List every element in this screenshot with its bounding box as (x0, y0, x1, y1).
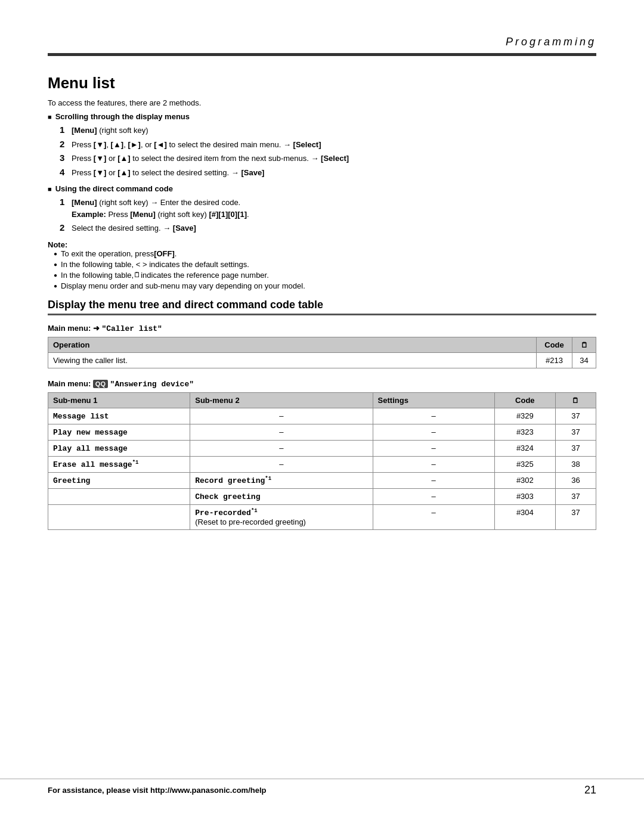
note-item-3: In the following table, 🗒 indicates the … (54, 271, 596, 280)
settings-dash: – (373, 440, 494, 456)
code-324: #324 (494, 440, 555, 456)
method-direct-header: Using the direct command code (48, 184, 596, 193)
main-content: Menu list To access the features, there … (0, 56, 644, 530)
col-operation: Operation (48, 337, 537, 352)
table-row: Pre-recorded*1(Reset to pre-recorded gre… (48, 505, 596, 530)
direct-step-1: 1 [Menu] (right soft key) → Enter the de… (60, 197, 596, 220)
col-ref-2: 🗒 (555, 392, 596, 408)
sub1-erase-all: Erase all message*1 (48, 456, 190, 472)
sub1-empty (48, 489, 190, 505)
note-section: Note: To exit the operation, press [OFF]… (48, 240, 596, 290)
ref-38: 38 (555, 456, 596, 472)
col-code: Code (537, 337, 572, 352)
table-row: Check greeting – #303 37 (48, 489, 596, 505)
sub2-dash: – (190, 424, 373, 440)
col-sub1: Sub-menu 1 (48, 392, 190, 408)
ref-37e: 37 (555, 505, 596, 530)
table-row: Viewing the caller list. #213 34 (48, 352, 596, 368)
table-row: Greeting Record greeting*1 – #302 36 (48, 472, 596, 488)
sub2-dash: – (190, 456, 373, 472)
sub2-prerecorded: Pre-recorded*1(Reset to pre-recorded gre… (190, 505, 373, 530)
direct-steps: 1 [Menu] (right soft key) → Enter the de… (60, 197, 596, 234)
ref-37c: 37 (555, 440, 596, 456)
ref-37b: 37 (555, 424, 596, 440)
footer-text: For assistance, please visit http://www.… (48, 786, 267, 795)
caller-operation: Viewing the caller list. (48, 352, 537, 368)
settings-dash: – (373, 456, 494, 472)
code-303: #303 (494, 489, 555, 505)
code-329: #329 (494, 408, 555, 424)
table-row: Play all message – – #324 37 (48, 440, 596, 456)
col-code-2: Code (494, 392, 555, 408)
code-323: #323 (494, 424, 555, 440)
method-scrolling-header: Scrolling through the display menus (48, 112, 596, 121)
table-row: Message list – – #329 37 (48, 408, 596, 424)
sub2-check: Check greeting (190, 489, 373, 505)
table-row: Play new message – – #323 37 (48, 424, 596, 440)
page-number: 21 (584, 784, 596, 796)
step-1: 1 [Menu] (right soft key) (60, 125, 596, 137)
note-item-1: To exit the operation, press [OFF]. (54, 249, 596, 258)
table-section-title: Display the menu tree and direct command… (48, 299, 596, 315)
note-item-4: Display menu order and sub-menu may vary… (54, 281, 596, 290)
caller-code: #213 (537, 352, 572, 368)
caller-ref: 34 (572, 352, 596, 368)
sub1-message-list: Message list (48, 408, 190, 424)
settings-dash: – (373, 472, 494, 488)
col-sub2: Sub-menu 2 (190, 392, 373, 408)
sub1-play-new: Play new message (48, 424, 190, 440)
settings-dash: – (373, 408, 494, 424)
method-direct-label: Using the direct command code (55, 184, 173, 193)
sub1-empty2 (48, 505, 190, 530)
page-category: Programming (506, 36, 596, 48)
settings-dash: – (373, 424, 494, 440)
method-scrolling-label: Scrolling through the display menus (55, 112, 190, 121)
sub1-greeting: Greeting (48, 472, 190, 488)
ref-36: 36 (555, 472, 596, 488)
step-4: 4 Press [▼] or [▲] to select the desired… (60, 167, 596, 179)
caller-list-table: Operation Code 🗒 Viewing the caller list… (48, 337, 596, 368)
sub1-play-all: Play all message (48, 440, 190, 456)
intro-text: To access the features, there are 2 meth… (48, 98, 596, 107)
sub2-dash: – (190, 408, 373, 424)
code-304: #304 (494, 505, 555, 530)
ref-37a: 37 (555, 408, 596, 424)
caller-list-label: Main menu: ➜ "Caller list" (48, 324, 596, 333)
step-2: 2 Press [▼], [▲], [►], or [◄] to select … (60, 139, 596, 151)
sub2-dash: – (190, 440, 373, 456)
col-ref: 🗒 (572, 337, 596, 352)
header-section: Programming (0, 0, 644, 48)
table-row: Erase all message*1 – – #325 38 (48, 456, 596, 472)
answering-device-table: Sub-menu 1 Sub-menu 2 Settings Code 🗒 Me… (48, 392, 596, 531)
ref-37d: 37 (555, 489, 596, 505)
code-302: #302 (494, 472, 555, 488)
step-3: 3 Press [▼] or [▲] to select the desired… (60, 153, 596, 165)
col-settings: Settings (373, 392, 494, 408)
code-325: #325 (494, 456, 555, 472)
note-label: Note: (48, 240, 596, 249)
note-list: To exit the operation, press [OFF]. In t… (54, 249, 596, 290)
footer: For assistance, please visit http://www.… (0, 779, 644, 801)
settings-dash: – (373, 489, 494, 505)
note-item-2: In the following table, < > indicates th… (54, 260, 596, 269)
scrolling-steps: 1 [Menu] (right soft key) 2 Press [▼], [… (60, 125, 596, 178)
direct-step-2: 2 Select the desired setting. → [Save] (60, 222, 596, 234)
settings-dash: – (373, 505, 494, 530)
answering-device-label: Main menu: QQ "Answering device" (48, 379, 596, 389)
menu-list-title: Menu list (48, 74, 596, 92)
page: Programming Menu list To access the feat… (0, 0, 644, 837)
ref-icon: 🗒 (134, 271, 141, 279)
sub2-record: Record greeting*1 (190, 472, 373, 488)
